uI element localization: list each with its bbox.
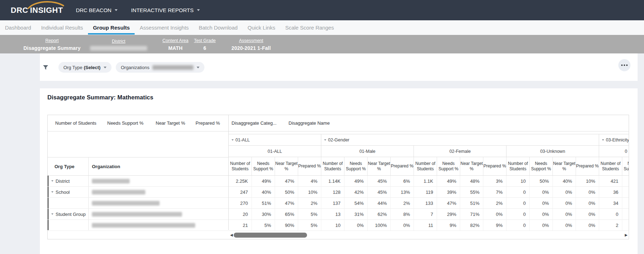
tab-quick-links[interactable]: Quick Links (243, 20, 280, 35)
column-header-needs-support: Needs Support % (530, 157, 553, 175)
data-cell: 51% (252, 198, 275, 208)
data-cell (622, 176, 629, 186)
data-cell: 133 (414, 198, 437, 208)
data-cell: 270 (229, 198, 252, 208)
measure-chip-needs-support[interactable]: Needs Support % (107, 115, 144, 131)
column-header-needs-support: Needs Support % (622, 157, 629, 175)
data-cell: 5% (298, 220, 321, 230)
organizations-select-pill[interactable]: Organizations (116, 62, 204, 73)
data-cell (622, 209, 629, 219)
report-col-value: 6 (203, 45, 206, 51)
column-header-near-target: Near Target % (460, 157, 483, 175)
data-cell: 1.1K (414, 176, 437, 186)
column-header-number-of-students: Number of Students (229, 157, 252, 175)
data-cell: 0% (576, 209, 599, 219)
report-col-label-report[interactable]: Report (45, 38, 59, 43)
group-band-03-ethnicity[interactable]: 03-Ethnicity (599, 134, 629, 145)
subgroup-02-female: 02-Female (414, 146, 507, 157)
data-cell: 0% (553, 220, 576, 230)
tab-individual-results[interactable]: Individual Results (36, 20, 88, 35)
data-cell: 10% (576, 176, 599, 186)
tab-dashboard[interactable]: Dashboard (0, 20, 36, 35)
data-cell: 128 (321, 187, 344, 197)
report-col-assessment: Assessment2020-2021 1-Fall (219, 35, 283, 53)
more-options-button[interactable] (618, 59, 630, 71)
data-cell: 10% (298, 187, 321, 197)
group-band-01-all[interactable]: 01-ALL (229, 134, 321, 145)
report-col-value: MATH (168, 45, 182, 51)
row-expander-icon[interactable] (51, 213, 53, 215)
menu-drc-beacon[interactable]: DRC BEACON (76, 7, 118, 13)
data-cell: 7% (483, 187, 507, 197)
data-cell (622, 198, 629, 208)
data-cell: 49% (344, 176, 368, 186)
data-cell: 5% (252, 220, 275, 230)
report-col-label-district[interactable]: District (112, 39, 125, 44)
report-card: Disaggregate Summary: Mathematics Number… (40, 88, 638, 254)
row-expander-icon[interactable] (51, 191, 53, 193)
data-cell: 39% (437, 187, 460, 197)
report-col-label-test-grade[interactable]: Test Grade (194, 38, 215, 43)
column-header-prepared: Prepared % (483, 157, 507, 175)
data-cell: 30% (252, 209, 275, 219)
measure-chip-near-target[interactable]: Near Target % (156, 115, 185, 131)
data-row-5: 215%90%5%100%100%0%119%82%9%00%0%0%2 (229, 220, 629, 231)
data-cell: 48% (460, 176, 483, 186)
top-app-bar: DRC INSIGHT DRC BEACON INTERACTIVE REPOR… (0, 0, 644, 20)
row-expander-icon[interactable] (51, 180, 53, 182)
report-col-label-content-area[interactable]: Content Area (162, 38, 188, 43)
group-band-label: 02-Gender (328, 138, 349, 142)
report-col-test-grade: Test Grade6 (191, 35, 219, 53)
report-col-label-assessment[interactable]: Assessment (239, 38, 263, 43)
organizations-value-blurred (152, 65, 193, 70)
scroll-right-arrow[interactable]: ▶ (625, 232, 628, 238)
data-cell: 82% (460, 220, 483, 230)
scroll-left-arrow[interactable]: ◀ (230, 232, 233, 238)
subgroup-0: 0 (599, 146, 629, 157)
tab-scale-score-ranges[interactable]: Scale Score Ranges (280, 20, 339, 35)
column-header-needs-support: Needs Support % (344, 157, 368, 175)
group-band-02-gender[interactable]: 02-Gender (321, 134, 599, 145)
org-row-2[interactable]: School (48, 187, 228, 198)
org-header-row: Org Type Organization (48, 157, 228, 176)
data-cell: 2% (483, 198, 507, 208)
disaggregate-category-picker[interactable]: Disaggregate Categ... (232, 115, 276, 131)
menu-interactive-reports[interactable]: INTERACTIVE REPORTS (131, 7, 200, 13)
disaggregate-name-picker[interactable]: Disaggregate Name (289, 115, 330, 131)
data-cell: 49% (252, 176, 275, 186)
data-cell: 0% (553, 209, 576, 219)
logo-text-insight: INSIGHT (30, 6, 63, 15)
subgroup-01-all: 01-ALL (229, 146, 321, 157)
column-header-prepared: Prepared % (576, 157, 599, 175)
data-cell: 29% (437, 209, 460, 219)
data-cell: 49% (437, 176, 460, 186)
horizontal-scrollbar-thumb[interactable] (234, 233, 307, 238)
data-cell: 13 (321, 209, 344, 219)
data-cell: 90% (275, 220, 298, 230)
data-cell: 45% (368, 187, 391, 197)
column-header-number-of-students: Number of Students (599, 157, 622, 175)
report-col-district: District (81, 35, 156, 53)
org-type-select-pill[interactable]: Org Type(Select) (58, 62, 111, 73)
tab-batch-download[interactable]: Batch Download (194, 20, 243, 35)
subgroup-03-unknown: 03-Unknown (507, 146, 599, 157)
data-row-2: 24740%50%10%12842%45%13%11939%55%7%00%0%… (229, 187, 629, 198)
data-cell: 0 (507, 220, 530, 230)
org-row-1[interactable]: District (48, 176, 228, 187)
data-cell: 2% (298, 198, 321, 208)
data-cell: 0% (530, 220, 553, 230)
org-row-4[interactable]: Student Group (48, 209, 228, 220)
measure-chip-prepared[interactable]: Prepared % (196, 115, 220, 131)
data-cell: 0% (391, 220, 414, 230)
tab-group-results[interactable]: Group Results (88, 20, 135, 35)
org-row-3[interactable] (48, 198, 228, 209)
data-cell: 0% (553, 187, 576, 197)
tab-assessment-insights[interactable]: Assessment Insights (135, 20, 194, 35)
measure-chip-number-of-students[interactable]: Number of Students (55, 115, 97, 131)
org-row-5[interactable] (48, 220, 228, 231)
data-row-4: 2030%65%5%1331%62%8%729%71%0%00%0%0%0 (229, 209, 629, 220)
data-cell: 47% (275, 198, 298, 208)
filter-funnel-icon[interactable] (43, 65, 48, 70)
column-header-prepared: Prepared % (298, 157, 321, 175)
data-cell: 21 (229, 220, 252, 230)
